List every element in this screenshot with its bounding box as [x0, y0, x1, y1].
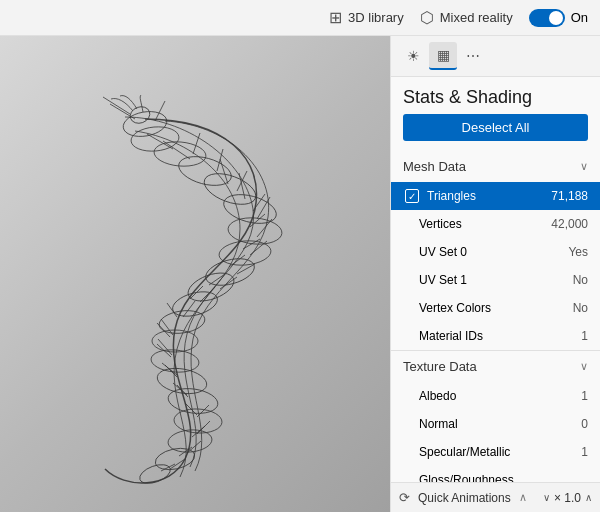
texture-data-section-header[interactable]: Texture Data ∨: [391, 351, 600, 382]
toggle-container: On: [529, 9, 588, 27]
animations-icon: ⟳: [399, 490, 410, 505]
svg-point-2: [153, 140, 207, 168]
svg-point-8: [203, 254, 258, 290]
svg-line-41: [155, 101, 165, 121]
material-ids-row[interactable]: Material IDs 1: [391, 322, 600, 350]
uv-set-0-label: UV Set 0: [419, 245, 568, 259]
worm-svg: [25, 59, 365, 489]
mesh-data-section-header[interactable]: Mesh Data ∨: [391, 151, 600, 182]
albedo-row[interactable]: Albedo 1: [391, 382, 600, 410]
right-panel: ☀ ▦ ⋯ Stats & Shading Deselect All Mesh …: [390, 36, 600, 512]
svg-point-18: [153, 445, 196, 473]
zoom-down-icon[interactable]: ∨: [543, 492, 550, 503]
material-ids-label: Material IDs: [419, 329, 581, 343]
main-content: ☀ ▦ ⋯ Stats & Shading Deselect All Mesh …: [0, 36, 600, 512]
library-label: 3D library: [348, 10, 404, 25]
normal-value: 0: [581, 417, 588, 431]
quick-animations-label[interactable]: Quick Animations: [418, 491, 511, 505]
svg-line-22: [147, 134, 173, 149]
albedo-label: Albedo: [419, 389, 581, 403]
bottom-bar: ⟳ Quick Animations ∧ ∨ × 1.0 ∧: [391, 482, 600, 512]
sun-toolbar-button[interactable]: ☀: [399, 42, 427, 70]
mixed-reality-toggle[interactable]: [529, 9, 565, 27]
specular-metallic-label: Specular/Metallic: [419, 445, 581, 459]
mixed-reality-label: Mixed reality: [440, 10, 513, 25]
worm-model: [0, 36, 390, 512]
svg-point-60: [128, 104, 152, 126]
gloss-roughness-label: Gloss/Roughness: [419, 473, 588, 482]
panel-content: Stats & Shading Deselect All Mesh Data ∨…: [391, 77, 600, 482]
vertices-label: Vertices: [419, 217, 551, 231]
toggle-state-label: On: [571, 10, 588, 25]
svg-point-5: [221, 189, 280, 228]
mesh-chevron-icon: ∨: [580, 160, 588, 173]
panel-title: Stats & Shading: [391, 77, 600, 114]
uv-set-1-row[interactable]: UV Set 1 No: [391, 266, 600, 294]
svg-line-24: [220, 159, 228, 184]
uv-set-0-value: Yes: [568, 245, 588, 259]
triangles-checkbox[interactable]: ✓: [405, 189, 419, 203]
dots-toolbar-button[interactable]: ⋯: [459, 42, 487, 70]
svg-line-43: [217, 149, 223, 171]
zoom-controls: ∨ × 1.0 ∧: [543, 491, 592, 505]
grid-toolbar-button[interactable]: ▦: [429, 42, 457, 70]
specular-metallic-row[interactable]: Specular/Metallic 1: [391, 438, 600, 466]
svg-line-27: [257, 219, 272, 237]
mesh-section-label: Mesh Data: [403, 159, 466, 174]
deselect-all-button[interactable]: Deselect All: [403, 114, 588, 141]
uv-set-1-label: UV Set 1: [419, 273, 573, 287]
svg-point-4: [200, 168, 260, 211]
triangles-row[interactable]: ✓ Triangles 71,188: [391, 182, 600, 210]
animations-chevron-up-icon[interactable]: ∧: [519, 491, 527, 504]
zoom-level: × 1.0: [554, 491, 581, 505]
svg-line-20: [110, 104, 135, 119]
material-ids-value: 1: [581, 329, 588, 343]
3d-library-button[interactable]: ⊞ 3D library: [329, 8, 404, 27]
svg-point-10: [170, 287, 220, 320]
vertices-row[interactable]: Vertices 42,000: [391, 210, 600, 238]
svg-line-21: [103, 97, 130, 114]
vertex-colors-row[interactable]: Vertex Colors No: [391, 294, 600, 322]
svg-line-56: [197, 405, 209, 417]
vertex-colors-value: No: [573, 301, 588, 315]
top-bar: ⊞ 3D library ⬡ Mixed reality On: [0, 0, 600, 36]
uv-set-1-value: No: [573, 273, 588, 287]
specular-metallic-value: 1: [581, 445, 588, 459]
3d-viewport: [0, 36, 390, 512]
panel-toolbar: ☀ ▦ ⋯: [391, 36, 600, 77]
library-icon: ⊞: [329, 8, 342, 27]
texture-section-label: Texture Data: [403, 359, 477, 374]
gloss-roughness-row[interactable]: Gloss/Roughness: [391, 466, 600, 482]
vertex-colors-label: Vertex Colors: [419, 301, 573, 315]
svg-line-52: [157, 323, 170, 337]
triangles-label: Triangles: [427, 189, 551, 203]
normal-label: Normal: [419, 417, 581, 431]
uv-set-0-row[interactable]: UV Set 0 Yes: [391, 238, 600, 266]
mixed-reality-button[interactable]: ⬡ Mixed reality: [420, 8, 513, 27]
triangles-value: 71,188: [551, 189, 588, 203]
mixed-reality-icon: ⬡: [420, 8, 434, 27]
zoom-up-icon[interactable]: ∧: [585, 492, 592, 503]
normal-row[interactable]: Normal 0: [391, 410, 600, 438]
albedo-value: 1: [581, 389, 588, 403]
svg-line-33: [161, 319, 173, 335]
vertices-value: 42,000: [551, 217, 588, 231]
texture-chevron-icon: ∨: [580, 360, 588, 373]
